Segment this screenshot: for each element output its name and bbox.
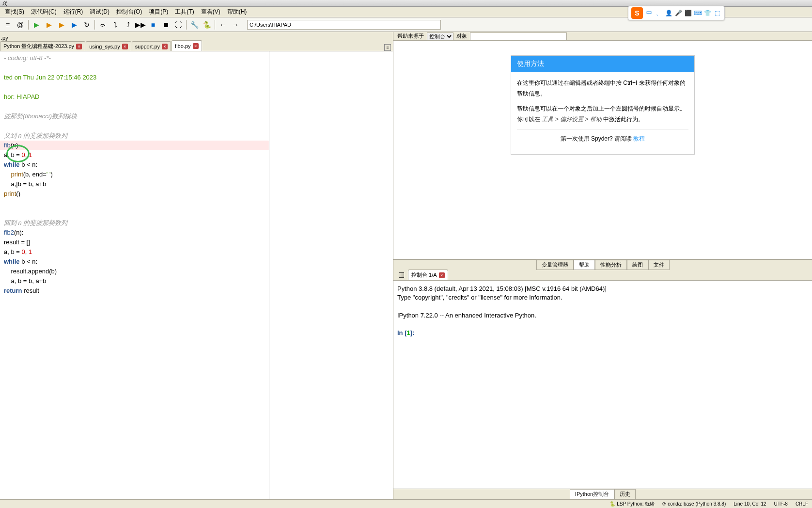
code-line (0, 208, 269, 218)
close-icon[interactable]: × (122, 44, 128, 49)
wrench-icon[interactable]: 🔧 (188, 19, 200, 31)
editor-outline (269, 51, 393, 499)
menu-item[interactable]: 查找(S) (2, 7, 27, 17)
code-line: fib(n): (0, 141, 269, 150)
editor-tab[interactable]: support.py× (132, 41, 171, 51)
editor-tab[interactable]: using_sys.py× (86, 41, 131, 51)
step-into-icon[interactable]: ⤵ (109, 19, 121, 31)
right-upper-tabs: 变量管理器帮助性能分析绘图文件 (393, 259, 812, 270)
menu-item[interactable]: 帮助(H) (224, 7, 250, 17)
code-line (0, 63, 269, 73)
close-icon[interactable]: × (439, 272, 445, 278)
editor-tab[interactable]: fibo.py× (172, 40, 202, 51)
help-tutorial: 第一次使用 Spyder? 请阅读 教程 (517, 129, 688, 148)
code-line: 义到 n 的斐波那契数列 (0, 131, 269, 141)
status-encoding: UTF-8 (774, 501, 788, 507)
at-icon[interactable]: @ (15, 19, 26, 31)
menu-item[interactable]: 项目(P) (146, 7, 171, 17)
step-out-icon[interactable]: ⤴ (122, 19, 134, 31)
ime-icon[interactable]: 中 (645, 9, 654, 17)
help-source-select[interactable]: 控制台 (427, 32, 453, 40)
console-menu-icon[interactable]: ▥ (395, 269, 407, 280)
stop-icon[interactable]: ■ (147, 19, 159, 31)
code-editor[interactable]: - coding: utf-8 -*- ted on Thu Jun 22 07… (0, 51, 269, 499)
panel-tab[interactable]: 绘图 (627, 260, 648, 270)
code-line: 波那契(fibonacci)数列模块 (0, 111, 269, 121)
console-tab[interactable]: 控制台 1/A × (408, 270, 448, 280)
close-icon[interactable]: × (193, 43, 199, 49)
code-line: a, b = 0, 1 (0, 150, 269, 160)
status-conda: ⟳ conda: base (Python 3.8.8) (662, 501, 726, 507)
ime-icon[interactable]: 🎤 (674, 9, 683, 17)
code-line: a,|b = b, a+b (0, 179, 269, 189)
code-line: hor: HIAPAD (0, 92, 269, 102)
restart-icon[interactable]: ↻ (81, 19, 93, 31)
menu-item[interactable]: 源代码(C) (28, 7, 60, 17)
maximize-icon[interactable]: ⛶ (172, 19, 184, 31)
tab-list-icon[interactable]: ≡ (384, 44, 391, 51)
code-line: ted on Thu Jun 22 07:15:46 2023 (0, 73, 269, 82)
status-lsp: 🐍 LSP Python: 就绪 (609, 501, 655, 508)
console-tab-bar: ▥ 控制台 1/A × (393, 270, 812, 281)
play-icon[interactable]: ▶ (31, 19, 42, 31)
forward-icon[interactable]: → (230, 19, 241, 31)
panel-tab[interactable]: 变量管理器 (536, 260, 574, 270)
code-line: print() (0, 189, 269, 199)
ipython-console[interactable]: Python 3.8.8 (default, Apr 13 2021, 15:0… (393, 281, 812, 489)
code-line: fib2(n): (0, 228, 269, 238)
ime-icon[interactable]: 👤 (664, 9, 673, 17)
help-card-title: 使用方法 (511, 56, 694, 72)
back-icon[interactable]: ← (217, 19, 229, 31)
run-cell-next-icon[interactable]: ▶ (56, 19, 67, 31)
code-line: while b < n: (0, 257, 269, 267)
help-card: 使用方法 在这里你可以通过在编辑器或者终端中按 Ctrl+I 来获得任何对象的帮… (511, 55, 695, 155)
code-line: return result (0, 286, 269, 296)
help-source-label: 帮助来源于 (397, 32, 424, 40)
exit-debug-icon[interactable]: ⏹ (160, 19, 172, 31)
list-icon[interactable]: ≡ (2, 19, 14, 31)
menu-item[interactable]: 运行(R) (61, 7, 86, 17)
menu-item[interactable]: 工具(T) (172, 7, 197, 17)
console-subtab[interactable]: IPython控制台 (570, 489, 614, 499)
panel-tab[interactable]: 性能分析 (595, 260, 627, 270)
help-text-2: 帮助信息可以在一个对象之后加上一个左圆括号的时候自动显示。你可以在 工具 > 偏… (517, 104, 688, 125)
ime-icon[interactable]: ⌨ (693, 9, 702, 17)
editor-tab-bar: Python 量化编程基础-2023.py×using_sys.py×suppo… (0, 41, 393, 51)
code-line: a, b = b, a+b (0, 276, 269, 286)
menu-item[interactable]: 查看(V) (198, 7, 223, 17)
code-line: print(b, end=' ') (0, 170, 269, 179)
ime-icon[interactable]: 、 (655, 9, 663, 17)
panel-tab[interactable]: 文件 (648, 260, 670, 270)
close-icon[interactable]: × (76, 44, 82, 49)
sogou-logo-icon[interactable]: S (631, 7, 643, 19)
menu-item[interactable]: 控制台(O) (113, 7, 145, 17)
help-text-1: 在这里你可以通过在编辑器或者终端中按 Ctrl+I 来获得任何对象的帮助信息。 (517, 78, 688, 99)
code-line: a, b = 0, 1 (0, 247, 269, 257)
ime-toolbar[interactable]: S 中、👤🎤⬛⌨👕⬚ (628, 6, 725, 20)
right-panel: 帮助来源于 控制台 对象 使用方法 在这里你可以通过在编辑器或者终端中按 Ctr… (393, 32, 812, 499)
tutorial-link[interactable]: 教程 (633, 135, 645, 142)
run-cell-icon[interactable]: ▶ (43, 19, 55, 31)
debug-icon[interactable]: ▶ (68, 19, 80, 31)
working-dir-input[interactable] (247, 20, 441, 30)
ime-icon[interactable]: ⬛ (684, 9, 692, 17)
code-line: 回到 n 的斐波那契数列 (0, 218, 269, 228)
code-line (0, 121, 269, 131)
help-object-input[interactable] (470, 32, 567, 40)
continue-icon[interactable]: ▶▶ (135, 19, 146, 31)
editor-panel: .py Python 量化编程基础-2023.py×using_sys.py×s… (0, 32, 393, 499)
editor-tab[interactable]: Python 量化编程基础-2023.py× (0, 41, 85, 51)
python-icon[interactable]: 🐍 (201, 19, 213, 31)
console-bottom-tabs: IPython控制台历史 (393, 489, 812, 499)
ime-icon[interactable]: 👕 (703, 9, 712, 17)
console-subtab[interactable]: 历史 (614, 489, 636, 499)
console-panel: ▥ 控制台 1/A × Python 3.8.8 (default, Apr 1… (393, 270, 812, 499)
panel-tab[interactable]: 帮助 (574, 260, 595, 270)
ime-icon[interactable]: ⬚ (713, 9, 721, 17)
close-icon[interactable]: × (162, 44, 168, 49)
code-line: result = [] (0, 238, 269, 247)
code-line (0, 82, 269, 92)
step-over-icon[interactable]: ⤼ (97, 19, 109, 31)
file-type-tab: .py (1, 35, 8, 41)
menu-item[interactable]: 调试(D) (87, 7, 112, 17)
